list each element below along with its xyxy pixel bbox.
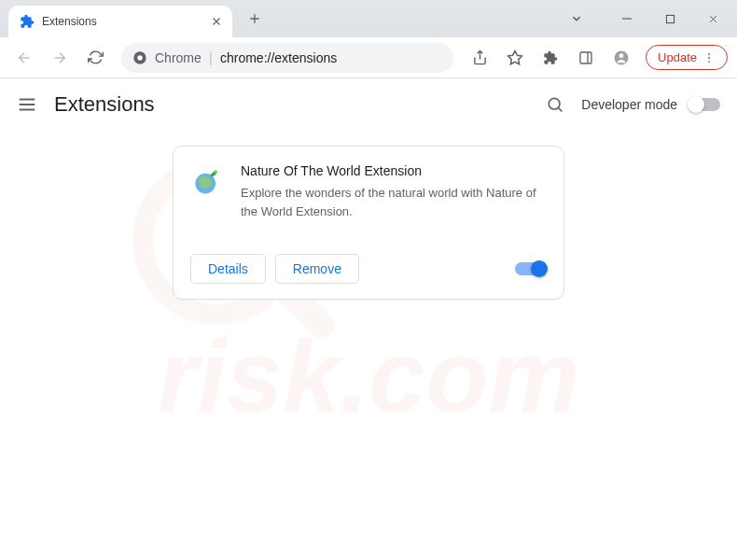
remove-button[interactable]: Remove [275,254,359,284]
extension-name: Nature Of The World Extension [241,163,547,178]
svg-point-11 [214,170,217,174]
developer-mode-label: Developer mode [581,97,677,112]
details-button[interactable]: Details [190,254,266,284]
update-button[interactable]: Update [646,45,728,70]
extension-puzzle-icon [20,14,35,29]
address-path: chrome://extensions [220,50,337,65]
browser-tab[interactable]: Extensions [8,6,232,37]
extensions-content: Nature Of The World Extension Explore th… [0,131,737,315]
extensions-button[interactable] [535,43,565,73]
back-button[interactable] [9,43,39,73]
menu-dots-icon [702,51,716,64]
forward-button[interactable] [45,43,75,73]
svg-point-9 [549,98,561,109]
svg-point-2 [137,55,142,60]
close-window-button[interactable] [692,2,733,35]
svg-point-8 [708,61,710,63]
maximize-button[interactable] [649,2,690,35]
svg-rect-3 [580,52,591,63]
tab-search-button[interactable] [556,2,597,35]
extension-icon [190,163,224,197]
update-label: Update [658,50,697,64]
browser-toolbar: Chrome | chrome://extensions Update [0,37,737,78]
address-bar[interactable]: Chrome | chrome://extensions [121,43,453,73]
developer-mode-toggle[interactable] [688,98,720,111]
minimize-button[interactable] [606,2,647,35]
reload-button[interactable] [80,43,110,73]
address-separator: | [209,49,213,66]
chrome-icon [132,50,147,65]
svg-rect-0 [666,15,674,22]
window-titlebar: Extensions [0,0,737,37]
page-title: Extensions [54,92,529,117]
tab-title: Extensions [42,15,202,28]
side-panel-button[interactable] [571,43,601,73]
address-scheme: Chrome [155,50,202,65]
extension-description: Explore the wonders of the natural world… [241,184,547,220]
extension-card: Nature Of The World Extension Explore th… [173,146,564,300]
extensions-header: Extensions Developer mode [0,78,737,131]
profile-button[interactable] [606,43,636,73]
new-tab-button[interactable] [242,6,268,32]
close-icon[interactable] [210,15,223,28]
search-icon[interactable] [546,95,564,114]
share-button[interactable] [465,43,494,73]
svg-point-5 [619,53,624,58]
bookmark-button[interactable] [500,43,530,73]
menu-icon[interactable] [17,94,37,115]
extension-enable-toggle[interactable] [515,262,547,275]
svg-point-7 [708,57,710,59]
svg-point-6 [708,52,710,54]
